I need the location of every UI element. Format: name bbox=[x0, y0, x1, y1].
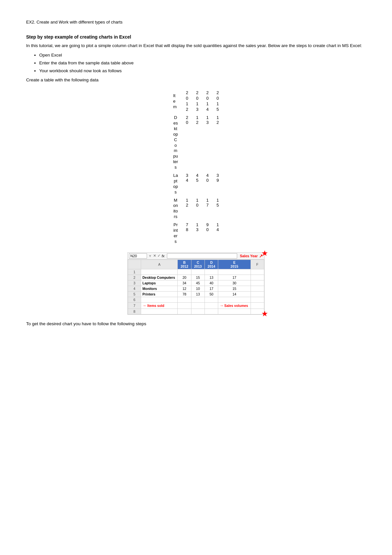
monitor-2012: 12 bbox=[182, 196, 192, 221]
row-7-header: 7 bbox=[128, 302, 141, 309]
create-table-text: Create a table with the following data bbox=[26, 77, 366, 82]
cell-c5: 13 bbox=[191, 291, 204, 297]
cell-e3: 30 bbox=[218, 280, 251, 286]
cell-f6 bbox=[251, 297, 264, 302]
item-printers: Printers bbox=[169, 221, 182, 246]
intro-text: In this tutorial, we are going to plot a… bbox=[26, 42, 366, 49]
monitor-2015: 15 bbox=[213, 196, 223, 221]
red-arrow-icon-2: → bbox=[220, 303, 223, 308]
cell-a1 bbox=[141, 269, 178, 275]
excel-row-2: 2 Desktop Computers 20 15 13 17 bbox=[128, 275, 264, 280]
cell-b3: 34 bbox=[178, 280, 191, 286]
row-3-header: 3 bbox=[128, 280, 141, 286]
name-box[interactable] bbox=[129, 253, 147, 259]
laptop-2014: 40 bbox=[203, 172, 213, 196]
col-header-item: Item bbox=[169, 89, 182, 114]
page-title: EX2. Create and Work with different type… bbox=[26, 20, 366, 25]
cell-c1 bbox=[191, 269, 204, 275]
row-5-header: 5 bbox=[128, 291, 141, 297]
cell-d4: 17 bbox=[205, 286, 218, 291]
printer-2015: 14 bbox=[213, 221, 223, 246]
cell-d6 bbox=[205, 297, 218, 302]
excel-row-7: 7 → Items sold → Sales volumes bbox=[128, 302, 264, 309]
cell-d3: 40 bbox=[205, 280, 218, 286]
cell-a8 bbox=[141, 309, 178, 314]
monitor-2013: 10 bbox=[192, 196, 202, 221]
excel-row-6: 6 bbox=[128, 297, 264, 302]
excel-wrapper: ★ ★ ▼ ✕ ✓ fx Sales Year ↗ A B2012 C2013 … bbox=[127, 252, 265, 315]
cell-c3: 45 bbox=[191, 280, 204, 286]
cell-b5: 78 bbox=[178, 291, 191, 297]
formula-input[interactable] bbox=[167, 253, 237, 259]
desktop-2015: 12 bbox=[213, 114, 223, 172]
cell-b8 bbox=[178, 309, 191, 314]
cell-a6 bbox=[141, 297, 178, 302]
row-8-header: 8 bbox=[128, 309, 141, 314]
cell-d2: 13 bbox=[205, 275, 218, 280]
row-6-header: 6 bbox=[128, 297, 141, 302]
col-a-header: A bbox=[141, 260, 178, 269]
data-table-area: Item 2012 2013 2014 2015 DesktopComputer… bbox=[26, 89, 366, 245]
cell-f4 bbox=[251, 286, 264, 291]
corner-header bbox=[128, 260, 141, 269]
formula-close-icon: ✕ bbox=[153, 254, 156, 258]
row-2-header: 2 bbox=[128, 275, 141, 280]
bullet-item-2: Enter the data from the sample data tabl… bbox=[39, 59, 366, 67]
desktop-2014: 13 bbox=[203, 114, 213, 172]
monitor-2014: 17 bbox=[203, 196, 213, 221]
col-header-2014: 2014 bbox=[203, 89, 213, 114]
laptop-2012: 34 bbox=[182, 172, 192, 196]
corner-decoration-br: ★ bbox=[262, 310, 268, 318]
cell-c8 bbox=[191, 309, 204, 314]
printer-2012: 78 bbox=[182, 221, 192, 246]
cell-d7 bbox=[205, 302, 218, 309]
cell-b4: 12 bbox=[178, 286, 191, 291]
cell-e6 bbox=[218, 297, 251, 302]
col-e-header: E2015 bbox=[218, 260, 251, 269]
excel-row-8: 8 bbox=[128, 309, 264, 314]
cell-c2: 15 bbox=[191, 275, 204, 280]
cell-d8 bbox=[205, 309, 218, 314]
printer-2014: 90 bbox=[203, 221, 213, 246]
item-laptops: Laptops bbox=[169, 172, 182, 196]
formula-bar-divider: ▼ bbox=[148, 254, 152, 258]
formula-check-icon: ✓ bbox=[157, 254, 160, 258]
laptop-2015: 39 bbox=[213, 172, 223, 196]
cell-f2 bbox=[251, 275, 264, 280]
excel-row-3: 3 Laptops 34 45 40 30 bbox=[128, 280, 264, 286]
cell-e5: 14 bbox=[218, 291, 251, 297]
col-header-2013: 2013 bbox=[192, 89, 202, 114]
cell-e2: 17 bbox=[218, 275, 251, 280]
printer-2013: 13 bbox=[192, 221, 202, 246]
table-row: Printers 78 13 90 14 bbox=[169, 221, 223, 246]
cell-d1 bbox=[205, 269, 218, 275]
red-arrow-icon: → bbox=[142, 303, 146, 308]
cell-a4: Monitors bbox=[141, 286, 178, 291]
bullet-list: Open Excel Enter the data from the sampl… bbox=[39, 51, 366, 75]
items-sold-label: Items sold bbox=[147, 304, 164, 308]
item-desktops: DesktopComputers bbox=[169, 114, 182, 172]
formula-bar: ▼ ✕ ✓ fx Sales Year ↗ bbox=[128, 253, 264, 260]
cell-b7 bbox=[178, 302, 191, 309]
cell-a2: Desktop Computers bbox=[141, 275, 178, 280]
cell-a5: Printers bbox=[141, 291, 178, 297]
sales-volumes-label: Sales volumes bbox=[224, 304, 248, 308]
cell-e7: → Sales volumes bbox=[218, 302, 251, 309]
cell-c6 bbox=[191, 297, 204, 302]
bullet-item-1: Open Excel bbox=[39, 51, 366, 59]
cell-e8 bbox=[218, 309, 251, 314]
cell-a3: Laptops bbox=[141, 280, 178, 286]
cell-b6 bbox=[178, 297, 191, 302]
desktop-2012: 20 bbox=[182, 114, 192, 172]
section-heading: Step by step example of creating charts … bbox=[26, 34, 366, 40]
col-b-header: B2012 bbox=[178, 260, 191, 269]
row-4-header: 4 bbox=[128, 286, 141, 291]
cell-f7 bbox=[251, 302, 264, 309]
table-row: Laptops 34 45 40 39 bbox=[169, 172, 223, 196]
formula-fx-icon: fx bbox=[162, 254, 165, 258]
excel-row-1: 1 bbox=[128, 269, 264, 275]
excel-screenshot: ★ ★ ▼ ✕ ✓ fx Sales Year ↗ A B2012 C2013 … bbox=[26, 252, 366, 315]
table-row: Monitors 12 10 17 15 bbox=[169, 196, 223, 221]
sales-year-label: Sales Year bbox=[240, 254, 258, 258]
row-1-header: 1 bbox=[128, 269, 141, 275]
